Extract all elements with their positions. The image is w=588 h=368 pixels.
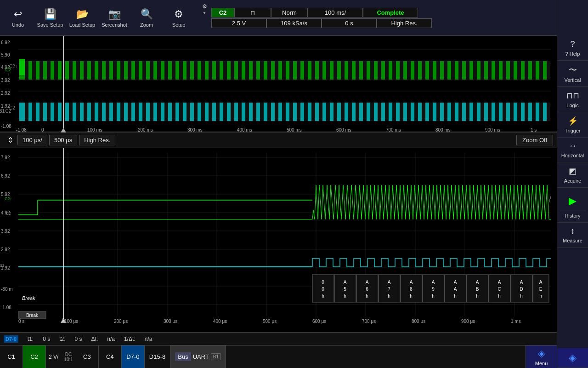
coupling-info: DC 10:1 [61,352,75,362]
svg-rect-42 [201,61,205,80]
svg-text:5: 5 [344,287,346,292]
setup-icon: ⚙ [174,8,183,20]
channel-d158-button[interactable]: D15-8 [145,345,170,368]
svg-rect-148 [444,103,447,121]
sidebar-item-vertical[interactable]: 〜 Vertical [557,61,588,87]
svg-rect-81 [488,61,492,80]
svg-text:C2: C2 [6,67,11,72]
sidebar-item-logic[interactable]: ⊓⊓ Logic [557,87,588,112]
svg-rect-57 [311,61,315,80]
menu-button[interactable]: ◈ Menu [526,345,557,368]
load-setup-button[interactable]: 📂 Load Setup [66,1,98,34]
sidebar-item-measure[interactable]: ↕ Measure [557,223,588,247]
svg-rect-37 [164,61,168,80]
svg-rect-106 [135,103,139,121]
svg-rect-95 [54,103,58,121]
channel-c1-button[interactable]: C1 [0,345,23,368]
svg-rect-28 [98,61,102,80]
svg-rect-92 [32,103,36,121]
voltage-display[interactable]: 2.5 V [211,18,266,28]
setup-button[interactable]: ⚙ Setup [163,1,195,34]
svg-rect-111 [172,103,175,121]
svg-text:-1.08: -1.08 [1,124,11,129]
svg-text:A: A [366,280,369,285]
logic-label: Logic [566,103,578,108]
header-cells: C2 ⊓ Norm 100 ms/ Complete 2.5 V 109 kSa… [211,1,549,34]
svg-text:6.92: 6.92 [1,173,10,178]
svg-text:300 ms: 300 ms [187,127,203,132]
zoom-window[interactable]: 500 μs [49,135,77,145]
svg-rect-50 [260,61,264,80]
svg-rect-75 [444,61,447,80]
sidebar-item-acquire[interactable]: ◩ Acquire [557,162,588,188]
channel-c3-button[interactable]: C3 [76,345,99,368]
svg-rect-55 [297,61,300,80]
save-setup-button[interactable]: 💾 Save Setup [34,1,66,34]
svg-rect-64 [363,61,367,80]
svg-rect-154 [488,103,492,121]
svg-text:600 μs: 600 μs [312,319,326,324]
svg-rect-66 [378,61,381,80]
svg-text:0: 0 [322,287,324,292]
svg-rect-65 [370,61,374,80]
bus-selector[interactable]: Bus UART B1 [170,345,226,368]
svg-rect-58 [319,61,322,80]
svg-text:200 μs: 200 μs [114,319,128,324]
overview-panel: 6.92 5.90 4.92 3.92 2.92 1.92 -1.08 C2↑ … [0,36,557,132]
sidebar-item-history[interactable]: ▶ History [557,188,588,223]
time-div[interactable]: 100 ms/ [308,8,363,17]
sidebar-item-menu-icon[interactable]: ◈ [557,348,588,368]
svg-rect-110 [164,103,168,121]
zoom-time-div[interactable]: 100 μs/ [17,135,47,145]
trigger-mode[interactable]: Norm [271,8,308,17]
svg-rect-105 [128,103,131,121]
svg-text:h: h [322,293,324,299]
channel-c2-button[interactable]: C2 [23,345,46,368]
svg-rect-104 [120,103,124,121]
header-row-bottom: 2.5 V 109 kSa/s 0 s High Res. [211,18,549,28]
screenshot-button[interactable]: 📷 Screenshot [98,1,130,34]
zoom-expand-button[interactable]: ⇕ [4,136,17,144]
svg-rect-33 [135,61,139,80]
svg-rect-73 [429,61,433,80]
svg-rect-93 [40,103,43,121]
measure-label: Measure [563,238,582,243]
sidebar-item-help[interactable]: ? ? Help [557,36,588,61]
channel-gear-button[interactable]: ⚙ ▼ [198,1,211,34]
status-bar: D7-0 t1: 0 s t2: 0 s Δt: n/a 1/Δt: n/a [0,332,557,345]
trigger-icon: ⚡ [568,116,578,126]
channel-d70-button[interactable]: D7-0 [122,345,145,368]
zoom-off-button[interactable]: Zoom Off [516,135,553,145]
voltage-per-div[interactable]: 2 V/ [46,354,61,360]
svg-rect-24 [69,61,73,80]
sidebar-item-trigger[interactable]: ⚡ Trigger [557,112,588,138]
svg-text:-1.08: -1.08 [1,305,11,310]
svg-text:2.92: 2.92 [1,247,10,252]
undo-button[interactable]: ↩ Undo [2,1,34,34]
svg-rect-80 [481,61,484,80]
svg-text:6: 6 [366,287,368,292]
undo-icon: ↩ [14,8,22,20]
zoom-button[interactable]: 🔍 Zoom [130,1,163,34]
svg-rect-86 [525,61,528,80]
svg-rect-103 [113,103,117,121]
channel-indicator[interactable]: C2 [211,8,234,17]
svg-text:0: 0 [41,127,44,132]
svg-text:↑: ↑ [7,72,10,77]
help-label: ? Help [565,51,580,57]
svg-rect-133 [334,103,337,121]
svg-rect-115 [201,103,205,121]
sample-rate-display: 109 kSa/s [266,18,322,28]
zoom-label: Zoom [140,22,153,28]
acquire-icon: ◩ [569,166,577,176]
svg-rect-131 [319,103,322,121]
svg-rect-62 [348,61,352,80]
t1-label: t1: [28,336,34,342]
sidebar-item-horizontal[interactable]: ↔ Horizontal [557,138,588,162]
channel-c4-button[interactable]: C4 [99,345,122,368]
svg-text:1 s: 1 s [531,127,537,132]
history-play-icon[interactable]: ▶ [559,191,586,211]
horizontal-icon: ↔ [569,141,577,151]
svg-rect-144 [414,103,418,121]
svg-text:h: h [432,293,435,299]
